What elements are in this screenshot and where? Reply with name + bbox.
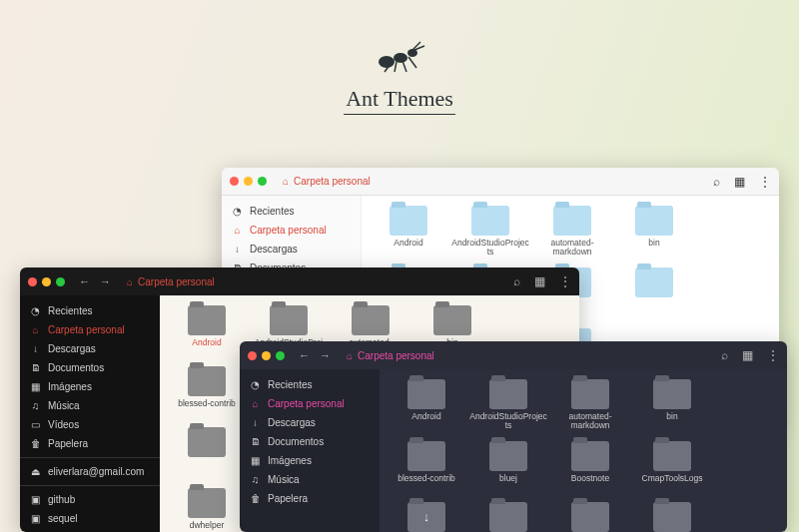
folder-icon [489, 502, 527, 532]
folder-item[interactable]: blessed-contrib [166, 366, 248, 417]
folder-item[interactable]: Android [386, 379, 467, 431]
folder-item[interactable]: Documentos [549, 502, 631, 532]
search-icon[interactable]: ⌕ [721, 348, 728, 362]
menu-icon[interactable]: ⋮ [559, 274, 571, 288]
minimize-icon[interactable] [42, 277, 51, 286]
sidebar-item-label: Música [48, 400, 80, 411]
sidebar-item-vídeos[interactable]: ▭Vídeos [20, 415, 160, 434]
sidebar-item-documentos[interactable]: 🗎Documentos [20, 358, 160, 377]
close-icon[interactable] [248, 351, 257, 360]
folder-item[interactable]: bin [631, 379, 713, 431]
sidebar-item-eliverlara@gmail.com[interactable]: ⏏eliverlara@gmail.com [20, 462, 160, 481]
sidebar-item-música[interactable]: ♫Música [240, 470, 380, 489]
music-icon: ♫ [30, 400, 41, 411]
minimize-icon[interactable] [244, 177, 253, 186]
folder-item[interactable]: dwhelper [166, 488, 248, 532]
sidebar-item-imágenes[interactable]: ▦Imágenes [240, 451, 380, 470]
download-icon: ↓ [232, 244, 243, 255]
sidebar-item-carpeta-personal[interactable]: ⌂Carpeta personal [20, 320, 160, 339]
folder-item[interactable] [613, 267, 695, 318]
sidebar-item-carpeta-personal[interactable]: ⌂Carpeta personal [222, 221, 361, 240]
grid-icon[interactable]: ▦ [534, 274, 545, 288]
breadcrumb: ⌂ Carpeta personal [347, 350, 434, 361]
folder-icon: ▣ [30, 513, 41, 524]
back-icon[interactable]: ← [79, 275, 90, 287]
folder-item[interactable]: automated-markdown [531, 206, 613, 258]
sidebar-item-música[interactable]: ♫Música [20, 396, 160, 415]
forward-icon[interactable]: → [320, 349, 331, 361]
sidebar-item-descargas[interactable]: ↓Descargas [240, 413, 380, 432]
folder-item[interactable]: Boostnote [549, 441, 631, 492]
folder-icon [407, 502, 445, 532]
folder-item[interactable]: bluej [467, 441, 549, 492]
folder-icon [653, 441, 691, 471]
menu-icon[interactable]: ⋮ [759, 175, 771, 189]
svg-line-7 [402, 61, 406, 72]
sidebar-item-documentos[interactable]: 🗎Documentos [240, 432, 380, 451]
sidebar-item-label: Imágenes [48, 381, 92, 392]
folder-item[interactable]: AndroidStudioProjects [449, 206, 531, 258]
clock-icon: ◔ [232, 206, 243, 217]
folder-item[interactable] [166, 427, 248, 478]
folder-label: bin [613, 239, 695, 257]
folder-item[interactable]: Descargas [386, 502, 467, 532]
menu-icon[interactable]: ⋮ [767, 348, 779, 362]
minimize-icon[interactable] [262, 351, 271, 360]
folder-item[interactable]: Android [368, 206, 449, 258]
maximize-icon[interactable] [56, 277, 65, 286]
sidebar-item-recientes[interactable]: ◔Recientes [20, 301, 160, 320]
sidebar-item-descargas[interactable]: ↓Descargas [20, 339, 160, 358]
traffic-lights[interactable] [230, 177, 267, 186]
grid-icon[interactable]: ▦ [742, 348, 753, 362]
sidebar-item-label: Documentos [48, 362, 104, 373]
sidebar-item-carpeta-personal[interactable]: ⌂Carpeta personal [240, 394, 380, 413]
sidebar-item-papelera[interactable]: 🗑Papelera [20, 434, 160, 453]
traffic-lights[interactable] [28, 277, 65, 286]
svg-point-0 [379, 56, 395, 68]
sidebar-item-label: Recientes [250, 206, 294, 217]
folder-label [166, 460, 248, 478]
folder-icon [188, 366, 226, 396]
maximize-icon[interactable] [276, 351, 285, 360]
sidebar-item-github[interactable]: ▣github [20, 490, 160, 509]
sidebar-item-recientes[interactable]: ◔Recientes [240, 375, 380, 394]
titlebar[interactable]: ← → ⌂ Carpeta personal ⌕ ▦ ⋮ [240, 341, 787, 369]
search-icon[interactable]: ⌕ [713, 175, 720, 189]
folder-label: AndroidStudioProjects [449, 239, 531, 258]
folder-item[interactable]: Android [166, 305, 248, 356]
titlebar[interactable]: ← → ⌂ Carpeta personal ⌕ ▦ ⋮ [20, 267, 579, 295]
close-icon[interactable] [28, 277, 37, 286]
sidebar-item-sequel[interactable]: ▣sequel [20, 509, 160, 528]
close-icon[interactable] [230, 177, 239, 186]
sidebar-item-descargas[interactable]: ↓Descargas [222, 240, 361, 259]
sidebar-item-papelera[interactable]: 🗑Papelera [240, 489, 380, 508]
folder-item[interactable]: CmapToolsLogs [631, 441, 713, 492]
folder-item[interactable]: blessed-contrib [386, 441, 467, 492]
folder-icon [390, 206, 427, 236]
sidebar-item-recientes[interactable]: ◔Recientes [222, 202, 361, 221]
folder-item[interactable]: AndroidStudioProjects [467, 379, 549, 431]
folder-icon [653, 379, 691, 409]
sidebar-item-label: Papelera [268, 493, 308, 504]
sidebar-item-label: Recientes [268, 379, 312, 390]
folder-item[interactable]: Dropbox [631, 502, 713, 532]
maximize-icon[interactable] [258, 177, 267, 186]
folder-item[interactable]: automated-markdown [549, 379, 631, 431]
titlebar[interactable]: ⌂ Carpeta personal ⌕ ▦ ⋮ [222, 168, 779, 196]
folder-icon [188, 427, 226, 457]
traffic-lights[interactable] [248, 351, 285, 360]
svg-line-8 [408, 57, 416, 68]
ant-icon [373, 32, 426, 74]
search-icon[interactable]: ⌕ [513, 274, 520, 288]
folder-item[interactable]: Desktop [467, 502, 549, 532]
folder-label: Android [386, 412, 467, 430]
back-icon[interactable]: ← [299, 349, 310, 361]
sidebar-item-final-project[interactable]: ▣final-project [20, 528, 160, 532]
folder-item[interactable]: bin [613, 206, 695, 258]
sidebar-item-imágenes[interactable]: ▦Imágenes [20, 377, 160, 396]
home-icon: ⌂ [347, 350, 353, 361]
sidebar-item-label: sequel [48, 513, 77, 524]
grid-icon[interactable]: ▦ [734, 175, 745, 189]
forward-icon[interactable]: → [100, 275, 111, 287]
folder-icon [433, 305, 471, 335]
